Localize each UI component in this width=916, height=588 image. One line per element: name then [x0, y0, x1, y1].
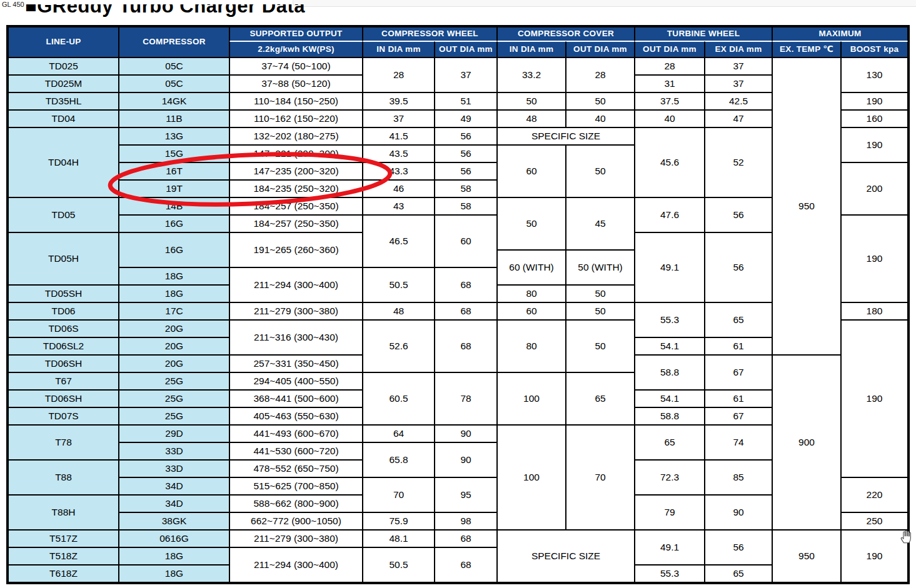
value-cell: 50: [566, 145, 635, 197]
value-cell: 46: [363, 180, 435, 197]
value-cell: 110~184 (150~250): [229, 92, 363, 110]
value-cell: 65: [705, 302, 772, 337]
value-cell: 211~279 (300~380): [229, 302, 363, 320]
value-cell: 42.5: [705, 92, 772, 110]
value-cell: 132~202 (180~275): [229, 127, 363, 145]
value-cell: 80: [497, 285, 566, 302]
compressor-cell: 19T: [119, 180, 229, 197]
value-cell: 180: [841, 302, 908, 320]
compressor-cell: 18G: [119, 547, 229, 565]
column-subheader-wheel-in-dia: IN DIA mm: [363, 41, 435, 57]
value-cell: 56: [435, 145, 497, 162]
value-cell: 43.3: [363, 162, 435, 180]
value-cell: 110~162 (150~220): [229, 110, 363, 127]
value-cell: 257~331 (350~450): [229, 355, 363, 372]
value-cell: 191~265 (260~360): [229, 232, 363, 267]
value-cell: 55.3: [635, 565, 705, 582]
page-title-text: ■GReddy Turbo Charger Data: [25, 4, 305, 17]
lineup-cell: TD04H: [8, 127, 119, 197]
value-cell: 75.9: [363, 512, 435, 530]
value-cell: 67: [705, 355, 772, 390]
compressor-cell: 11B: [119, 110, 229, 127]
value-cell: 54.1: [635, 337, 705, 355]
lineup-cell: TD05SH: [8, 285, 119, 302]
value-cell: 48: [363, 302, 435, 320]
value-cell: 49.1: [635, 530, 705, 565]
value-cell: 70: [363, 477, 435, 512]
column-group-turbine-wheel: TURBINE WHEEL: [635, 27, 772, 41]
value-cell: 49: [435, 110, 497, 127]
lineup-cell: TD06S: [8, 320, 119, 337]
compressor-cell: 17C: [119, 302, 229, 320]
value-cell: 130: [841, 57, 908, 92]
compressor-cell: 18G: [119, 285, 229, 302]
compressor-cell: 16G: [119, 232, 229, 267]
value-cell: 950: [772, 530, 841, 582]
value-cell: SPECIFIC SIZE: [497, 530, 635, 582]
compressor-cell: 05C: [119, 75, 229, 92]
value-cell: 65.8: [363, 442, 435, 477]
compressor-cell: 25G: [119, 407, 229, 425]
value-cell: 50.5: [363, 547, 435, 582]
value-cell: 48: [497, 110, 566, 127]
column-subheader-ex-temp: EX. TEMP ℃: [772, 41, 841, 57]
value-cell: 56: [435, 127, 497, 145]
value-cell: 74: [705, 425, 772, 460]
value-cell: 65: [566, 372, 635, 425]
value-cell: 95: [435, 477, 497, 512]
value-cell: 37: [705, 75, 772, 92]
value-cell: 80: [497, 320, 566, 372]
compressor-cell: 16G: [119, 215, 229, 232]
value-cell: 211~279 (300~380): [229, 530, 363, 547]
value-cell: 43: [363, 197, 435, 215]
value-cell: 39.5: [363, 92, 435, 110]
value-cell: 98: [435, 512, 497, 530]
value-cell: 950: [772, 57, 841, 355]
lineup-cell: TD35HL: [8, 92, 119, 110]
compressor-cell: 14GK: [119, 92, 229, 110]
value-cell: 184~235 (250~320): [229, 180, 363, 197]
value-cell: 190: [841, 92, 908, 110]
lineup-cell: TD06SL2: [8, 337, 119, 355]
lineup-cell: TD025: [8, 57, 119, 75]
column-subheader-cover-in-dia: IN DIA mm: [497, 41, 566, 57]
value-cell: 56: [705, 232, 772, 302]
value-cell: 368~441 (500~600): [229, 390, 363, 407]
value-cell: 47: [705, 110, 772, 127]
value-cell: 78: [435, 372, 497, 425]
column-group-supported-output: SUPPORTED OUTPUT: [229, 27, 363, 41]
value-cell: 441~493 (600~670): [229, 425, 363, 442]
lineup-cell: TD07S: [8, 407, 119, 425]
value-cell: 50.5: [363, 267, 435, 302]
value-cell: 68: [435, 530, 497, 547]
value-cell: 50: [566, 320, 635, 372]
value-cell: 900: [772, 355, 841, 530]
compressor-cell: 0616G: [119, 530, 229, 547]
value-cell: 28: [363, 57, 435, 92]
value-cell: 79: [635, 495, 705, 530]
compressor-cell: 20G: [119, 355, 229, 372]
value-cell: 49.1: [635, 232, 705, 302]
corner-label: GL 450: [2, 1, 24, 8]
lineup-cell: T78: [8, 425, 119, 460]
compressor-cell: 13G: [119, 127, 229, 145]
compressor-cell: 14B: [119, 197, 229, 215]
column-group-maximum: MAXIMUM: [772, 27, 908, 41]
value-cell: 190: [841, 127, 908, 162]
compressor-cell: 34D: [119, 477, 229, 495]
value-cell: 68: [435, 320, 497, 372]
value-cell: 72.3: [635, 460, 705, 495]
value-cell: 61: [705, 390, 772, 407]
value-cell: 405~463 (550~630): [229, 407, 363, 425]
column-subheader-boost: BOOST kpa: [841, 41, 908, 57]
value-cell: 147~235 (200~320): [229, 162, 363, 180]
lineup-cell: T518Z: [8, 547, 119, 565]
value-cell: 588~662 (800~900): [229, 495, 363, 512]
value-cell: 60: [497, 145, 566, 197]
value-cell: 147~221 (200~300): [229, 145, 363, 162]
value-cell: 662~772 (900~1050): [229, 512, 363, 530]
value-cell: 40: [566, 110, 635, 127]
value-cell: 184~257 (250~350): [229, 197, 363, 215]
compressor-cell: 18G: [119, 565, 229, 582]
column-subheader-turbine-out-dia: OUT DIA mm: [635, 41, 705, 57]
